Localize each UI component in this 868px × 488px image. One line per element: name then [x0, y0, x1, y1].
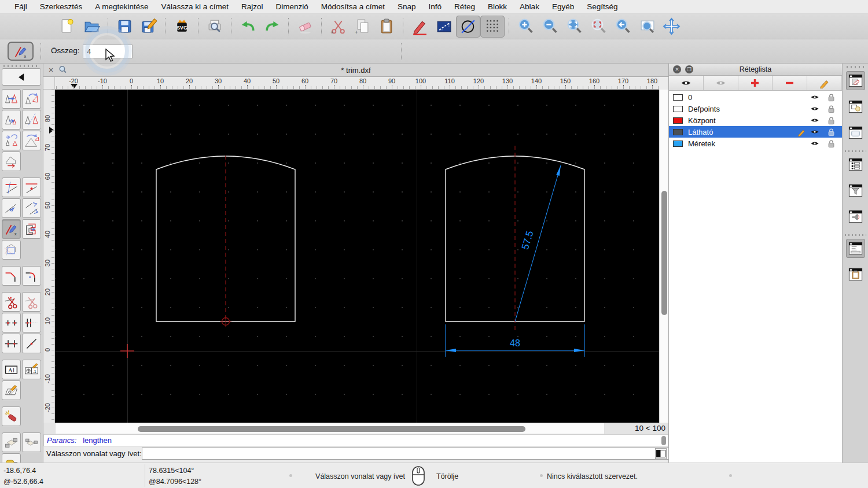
save-as-button[interactable]: [137, 16, 161, 38]
layer-color-swatch[interactable]: [673, 129, 683, 135]
rotate-tool-button[interactable]: [22, 89, 41, 109]
undo-button[interactable]: [236, 16, 260, 38]
draft-mode-button[interactable]: [456, 16, 480, 38]
menu-snap[interactable]: Snap: [391, 2, 422, 11]
cut-button[interactable]: +: [326, 16, 350, 38]
layer-row-0[interactable]: 0: [669, 91, 842, 103]
history-scrollbar[interactable]: [661, 436, 666, 445]
copy-button[interactable]: +: [350, 16, 374, 38]
command-keyboard-button[interactable]: [655, 448, 667, 459]
add-layer-button[interactable]: [738, 76, 773, 90]
layer-lock-icon[interactable]: [827, 139, 835, 150]
layer-visibility-icon[interactable]: [810, 139, 820, 149]
amount-input[interactable]: [83, 45, 133, 58]
paste-button[interactable]: [374, 16, 399, 38]
layer-visibility-icon[interactable]: [810, 105, 820, 114]
layer-lock-icon[interactable]: [827, 116, 835, 127]
open-button[interactable]: [79, 16, 104, 38]
dock-command-toggle-button[interactable]: [846, 239, 865, 258]
layer-edit-icon[interactable]: [797, 128, 806, 138]
menu-seg-ts-g[interactable]: Segítség: [580, 2, 624, 11]
lengthen-extend-tool-button[interactable]: [2, 198, 21, 218]
trim-tool-button[interactable]: [2, 178, 21, 197]
revert-direction-tool-button[interactable]: [2, 151, 21, 171]
canvas-vertical-scrollbar[interactable]: [659, 90, 668, 423]
lengthen-both-tool-button[interactable]: [22, 198, 41, 218]
dock-library-toggle-button[interactable]: [846, 123, 865, 142]
palette-back-button[interactable]: [2, 68, 41, 86]
save-button[interactable]: [112, 16, 137, 38]
dock-blocks-toggle-button[interactable]: [846, 97, 865, 116]
pen-button[interactable]: [407, 16, 432, 38]
print-preview-button[interactable]: [203, 16, 227, 38]
dim-edit-tool-button[interactable]: .1: [22, 360, 41, 379]
edit-layer-button[interactable]: [807, 76, 842, 90]
zoom-window-button[interactable]: [635, 16, 659, 38]
dock-filter-toggle-button[interactable]: [846, 181, 865, 200]
block-edit-tool-button[interactable]: [2, 432, 21, 452]
move-tool-button[interactable]: [2, 89, 21, 109]
eraser-button[interactable]: [293, 16, 317, 38]
drawing-canvas[interactable]: 57.5 48: [55, 90, 659, 423]
dock-list-toggle-button[interactable]: [846, 155, 865, 174]
menu-egy-b[interactable]: Egyéb: [546, 2, 580, 11]
layer-row-l-that-[interactable]: Látható: [669, 126, 842, 138]
layer-lock-icon[interactable]: [827, 104, 835, 115]
canvas-horizontal-scrollbar[interactable]: [55, 423, 605, 434]
divide-tool-button[interactable]: [2, 292, 21, 312]
menu-m-dos-tsa-a-c-met[interactable]: Módosítsa a címet: [315, 2, 391, 11]
mirror-tool-button[interactable]: [22, 110, 41, 130]
eye-none-button[interactable]: [704, 76, 738, 90]
bevel-tool-button[interactable]: [2, 266, 21, 286]
hatch-edit-tool-button[interactable]: [2, 380, 21, 400]
scale-tool-button[interactable]: [2, 110, 21, 130]
fillet-tool-button[interactable]: [22, 266, 41, 286]
layer-lock-icon[interactable]: [827, 127, 835, 138]
layer-color-swatch[interactable]: [673, 106, 683, 112]
layer-visibility-icon[interactable]: [810, 128, 820, 138]
divide-frozen-tool-button[interactable]: [22, 292, 41, 312]
scrollbar-thumb[interactable]: [661, 191, 667, 315]
layer-row-k-zpont[interactable]: Központ: [669, 114, 842, 126]
dock-drag-handle[interactable]: [847, 66, 865, 68]
eye-all-button[interactable]: [669, 76, 704, 90]
menu-szerkeszt-s[interactable]: Szerkesztés: [34, 2, 89, 11]
zoom-select-button[interactable]: [586, 16, 610, 38]
grid-button[interactable]: [480, 16, 505, 38]
text-edit-tool-button[interactable]: Al: [2, 360, 21, 379]
rotate-two-tool-button[interactable]: [22, 131, 41, 150]
zoom-out-button[interactable]: [538, 16, 562, 38]
stretch-three-tool-button[interactable]: [2, 334, 21, 353]
block-copy-tool-button[interactable]: [22, 432, 41, 452]
bevel-detail-tool-button[interactable]: [2, 240, 21, 260]
command-input[interactable]: [142, 448, 693, 460]
break-point-tool-button[interactable]: [22, 334, 41, 353]
zoom-in-button[interactable]: [513, 16, 538, 38]
move-rotate-tool-button[interactable]: [2, 131, 21, 150]
layer-lock-icon[interactable]: [827, 93, 835, 103]
menu-f-jl[interactable]: Fájl: [8, 2, 34, 11]
menu-inf-[interactable]: Infó: [422, 2, 448, 11]
menu-rajzol[interactable]: Rajzol: [235, 2, 270, 11]
dock-sound-toggle-button[interactable]: [846, 207, 865, 226]
stretch-tool-button[interactable]: [2, 313, 21, 332]
trim-two-tool-button[interactable]: [22, 178, 41, 197]
scrollbar-thumb[interactable]: [138, 426, 525, 432]
redo-button[interactable]: [260, 16, 284, 38]
layer-color-swatch[interactable]: [673, 141, 683, 147]
layer-visibility-icon[interactable]: [810, 93, 820, 103]
measure-button[interactable]: [432, 16, 456, 38]
menu-blokk[interactable]: Blokk: [481, 2, 513, 11]
lengthen-tool-button[interactable]: x: [8, 42, 34, 61]
explode-tool-button[interactable]: [2, 406, 21, 426]
menu-a-megtekint-se[interactable]: A megtekintése: [89, 2, 155, 11]
layer-color-swatch[interactable]: [673, 117, 683, 124]
menu-ablak[interactable]: Ablak: [513, 2, 546, 11]
menu-dimenzi-[interactable]: Dimenzió: [269, 2, 314, 11]
layer-row-defpoints[interactable]: Defpoints: [669, 103, 842, 114]
lengthen-tool-button[interactable]: x: [2, 219, 21, 239]
offset-tool-button[interactable]: [22, 219, 41, 239]
palette-drag-handle[interactable]: [3, 65, 38, 67]
layer-row-m-retek[interactable]: Méretek: [669, 138, 842, 149]
layer-visibility-icon[interactable]: [810, 116, 820, 126]
